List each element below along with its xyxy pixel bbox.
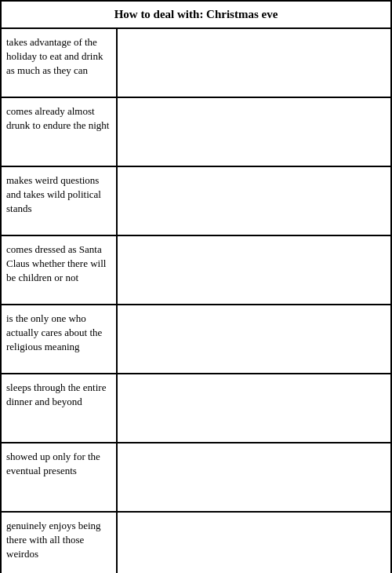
table-row: is the only one who actually cares about… [2, 305, 390, 374]
cell-description: sleeps through the entire dinner and bey… [2, 374, 118, 442]
cell-description: makes weird questions and takes wild pol… [2, 167, 118, 235]
cell-response[interactable] [118, 305, 390, 373]
table-row: sleeps through the entire dinner and bey… [2, 374, 390, 443]
cell-response[interactable] [118, 513, 390, 573]
cell-description: takes advantage of the holiday to eat an… [2, 29, 118, 97]
cell-description: showed up only for the eventual presents [2, 443, 118, 511]
table-row: genuinely enjoys being there with all th… [2, 513, 390, 573]
cell-response[interactable] [118, 236, 390, 304]
page-title: How to deal with: Christmas eve [2, 2, 390, 29]
table-row: comes dressed as Santa Claus whether the… [2, 236, 390, 305]
cell-description: is the only one who actually cares about… [2, 305, 118, 373]
cell-response[interactable] [118, 29, 390, 97]
cell-response[interactable] [118, 374, 390, 442]
table-row: takes advantage of the holiday to eat an… [2, 29, 390, 98]
table-row: showed up only for the eventual presents [2, 443, 390, 513]
table-row: comes already almost drunk to endure the… [2, 98, 390, 167]
cell-response[interactable] [118, 443, 390, 511]
cell-description: comes dressed as Santa Claus whether the… [2, 236, 118, 304]
table-body: takes advantage of the holiday to eat an… [2, 29, 390, 573]
cell-response[interactable] [118, 167, 390, 235]
page-container: How to deal with: Christmas eve takes ad… [0, 0, 392, 573]
cell-description: genuinely enjoys being there with all th… [2, 513, 118, 573]
cell-description: comes already almost drunk to endure the… [2, 98, 118, 166]
table-row: makes weird questions and takes wild pol… [2, 167, 390, 236]
cell-response[interactable] [118, 98, 390, 166]
